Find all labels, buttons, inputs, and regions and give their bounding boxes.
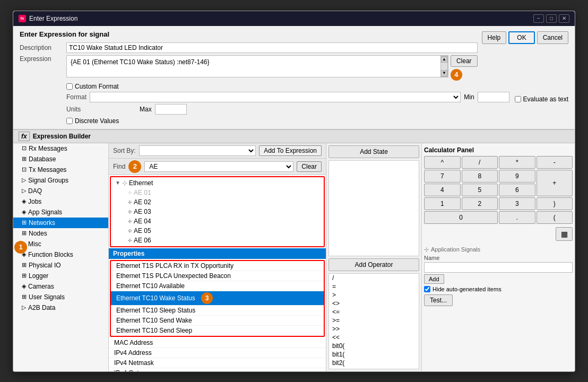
prop-item-tc10-wake-status[interactable]: Ethernet TC10 Wake Status 3 <box>111 291 324 306</box>
expression-scrollbar[interactable]: ▲ ▼ <box>440 56 448 77</box>
calculator-title: Calculator Panel <box>424 145 573 156</box>
prop-item-ipv4-address[interactable]: IPv4 Address <box>109 348 326 358</box>
op-divide[interactable]: / <box>329 274 419 282</box>
calc-close-paren[interactable]: ) <box>537 197 573 210</box>
calc-2[interactable]: 2 <box>462 197 498 210</box>
sidebar-item-function-blocks[interactable]: ◈ Function Blocks <box>13 249 108 260</box>
sidebar-item-tx-messages[interactable]: ⊡ Tx Messages <box>13 164 108 175</box>
op-gte[interactable]: >= <box>329 316 419 325</box>
calc-1[interactable]: 1 <box>424 197 461 210</box>
ae03-icon: ⊹ <box>128 209 132 214</box>
evaluate-as-text-checkbox[interactable] <box>515 96 521 102</box>
cancel-button[interactable]: Cancel <box>537 31 568 44</box>
ok-button[interactable]: OK <box>508 31 534 44</box>
calc-8[interactable]: 8 <box>462 170 498 183</box>
sidebar-item-database[interactable]: ⊞ Database <box>13 154 108 164</box>
op-bit2[interactable]: bit2( <box>329 359 419 367</box>
calc-6[interactable]: 6 <box>499 184 535 196</box>
calc-4[interactable]: 4 <box>424 184 461 196</box>
sidebar-item-signal-groups[interactable]: ▷ Signal Groups <box>13 175 108 186</box>
sidebar-item-label: A2B Data <box>28 304 55 311</box>
calc-divide[interactable]: / <box>462 156 498 169</box>
op-lte[interactable]: <= <box>329 308 419 316</box>
app-signals-add-button[interactable]: Add <box>424 274 444 284</box>
minimize-button[interactable]: − <box>533 14 544 23</box>
prop-item-tc10-sleep-status[interactable]: Ethernet TC10 Sleep Status <box>111 306 324 316</box>
sidebar-item-cameras[interactable]: ◈ Cameras <box>13 281 108 292</box>
clear-find-button[interactable]: Clear <box>297 161 322 172</box>
format-select[interactable] <box>90 92 461 102</box>
calc-minus[interactable]: - <box>537 156 573 169</box>
calc-0[interactable]: 0 <box>424 211 498 224</box>
calc-3[interactable]: 3 <box>499 197 535 210</box>
tree-node-ae01[interactable]: ⊹ AE 01 <box>112 188 323 197</box>
prop-item-tc10-send-sleep[interactable]: Ethernet TC10 Send Sleep <box>111 326 324 336</box>
op-bit1[interactable]: bit1( <box>329 350 419 359</box>
prop-item-ipv4-netmask[interactable]: IPv4 Netmask <box>109 358 326 368</box>
prop-item-tc10-available[interactable]: Ethernet TC10 Available <box>111 281 324 291</box>
sidebar-item-label: Jobs <box>28 198 41 205</box>
calc-open-paren[interactable]: ( <box>537 211 573 224</box>
min-input[interactable] <box>478 92 509 102</box>
prop-item-tc10-send-wake[interactable]: Ethernet TC10 Send Wake <box>111 316 324 326</box>
calc-multiply[interactable]: * <box>499 156 535 169</box>
sidebar-item-nodes[interactable]: ⊞ Nodes <box>13 228 108 239</box>
tree-node-ae04[interactable]: ⊹ AE 04 <box>112 216 323 226</box>
test-button[interactable]: Test... <box>424 294 453 306</box>
calc-power[interactable]: ^ <box>424 156 461 169</box>
prop-item-mac-address[interactable]: MAC Address <box>109 338 326 348</box>
prop-item-ipv4-gateway[interactable]: IPv4 Gateway <box>109 368 326 371</box>
sidebar-item-label: App Signals <box>28 209 62 216</box>
tree-node-ae05[interactable]: ⊹ AE 05 <box>112 226 323 236</box>
prop-item-t1s-plca-beacon[interactable]: Ethernet T1S PLCA Unexpected Beacon <box>111 271 324 281</box>
sort-by-select[interactable] <box>139 145 256 156</box>
op-bit0[interactable]: bit0( <box>329 342 419 350</box>
help-button[interactable]: Help <box>482 31 507 44</box>
tree-node-ethernet[interactable]: ▼ ⊹ Ethernet <box>112 178 323 188</box>
op-lshift[interactable]: << <box>329 333 419 342</box>
close-button[interactable]: ✕ <box>559 14 569 23</box>
op-equal[interactable]: = <box>329 282 419 291</box>
op-not-equal[interactable]: <> <box>329 299 419 308</box>
sidebar-item-jobs[interactable]: ◈ Jobs <box>13 196 108 207</box>
app-name-input[interactable] <box>424 262 573 273</box>
custom-format-checkbox[interactable] <box>66 83 73 90</box>
add-to-expression-button[interactable]: Add To Expression <box>259 145 322 156</box>
sidebar-item-logger[interactable]: ⊞ Logger <box>13 271 108 281</box>
tree-node-ae06[interactable]: ⊹ AE 06 <box>112 236 323 245</box>
op-greater[interactable]: > <box>329 291 419 299</box>
calc-5[interactable]: 5 <box>462 184 498 196</box>
calc-9[interactable]: 9 <box>499 170 535 183</box>
sidebar-item-rx-messages[interactable]: ⊡ Rx Messages <box>13 143 108 154</box>
tree-node-ae02[interactable]: ⊹ AE 02 <box>112 197 323 207</box>
max-input[interactable] <box>155 104 187 115</box>
add-state-button[interactable]: Add State <box>328 145 419 158</box>
sidebar-item-daq[interactable]: ▷ DAQ <box>13 186 108 196</box>
tree-node-ae03[interactable]: ⊹ AE 03 <box>112 207 323 216</box>
discrete-values-checkbox[interactable] <box>66 118 73 124</box>
sidebar-item-app-signals[interactable]: ◈ App Signals <box>13 207 108 218</box>
find-combo[interactable]: AE <box>144 161 293 172</box>
calc-dot[interactable]: . <box>499 211 535 224</box>
sidebar-item-networks[interactable]: ⊞ Networks <box>13 218 108 228</box>
add-operator-button[interactable]: Add Operator <box>328 258 419 271</box>
sidebar-item-a2b-data[interactable]: ▷ A2B Data <box>13 302 108 313</box>
prop-item-t1s-plca-rx[interactable]: Ethernet T1S PLCA RX in TX Opportunity <box>111 261 324 271</box>
op-rshift[interactable]: >> <box>329 325 419 333</box>
hide-auto-checkbox[interactable] <box>424 286 430 292</box>
scroll-up-btn[interactable]: ▲ <box>441 56 447 63</box>
calc-7[interactable]: 7 <box>424 170 461 183</box>
find-row: Find 2 AE Clear <box>109 159 326 175</box>
sidebar-item-user-signals[interactable]: ⊞ User Signals <box>13 292 108 302</box>
calc-plus[interactable]: + <box>537 170 573 196</box>
scroll-down-btn[interactable]: ▼ <box>441 70 447 76</box>
op-bit3[interactable]: bit3( <box>329 367 419 369</box>
clear-expression-button[interactable]: Clear <box>451 55 478 67</box>
expression-box[interactable]: {AE 01 (Ethernet TC10 Wake Status) :net8… <box>67 56 440 77</box>
expression-value: {AE 01 (Ethernet TC10 Wake Status) :net8… <box>70 57 211 67</box>
sidebar-item-physical-io[interactable]: ⊞ Physical IO <box>13 260 108 271</box>
sidebar-item-misc[interactable]: ◈ Misc <box>13 239 108 249</box>
calc-special-button[interactable]: ▦ <box>556 227 573 241</box>
description-input[interactable] <box>66 42 478 53</box>
maximize-button[interactable]: □ <box>546 14 557 23</box>
